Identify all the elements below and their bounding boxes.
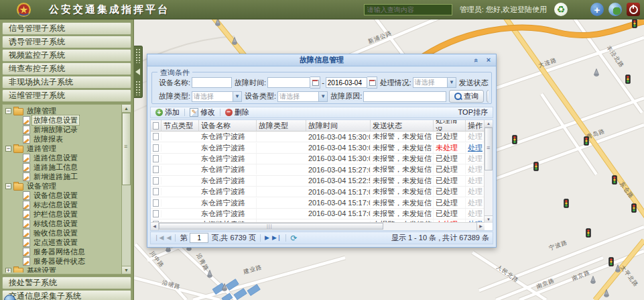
chevron-down-icon[interactable]: ▼ [448, 77, 456, 88]
grid-horizontal-scrollbar[interactable]: ◀ ▶ [151, 222, 485, 230]
column-header[interactable]: 故障时间 [306, 120, 371, 131]
close-icon[interactable]: × [484, 55, 493, 64]
edit-button[interactable]: ✎ 修改 [185, 107, 220, 117]
dialog-titlebar[interactable]: 故障信息管理 « × [147, 54, 496, 66]
table-row[interactable]: 东仓路宁波路2016-03-04 15:30:00未报警，未发短信已处理处理 [151, 154, 485, 164]
add-button[interactable]: + 添加 [151, 107, 184, 117]
sidebar-item[interactable]: 交通信息采集子系统 [2, 290, 131, 300]
handle-link[interactable]: 处理 [468, 187, 482, 195]
tree-node[interactable]: 护栏信息设置 [4, 209, 121, 219]
scroll-down-icon[interactable]: ▼ [122, 266, 131, 274]
handle-link[interactable]: 处理 [468, 132, 482, 140]
sidebar-item[interactable]: 诱导管理子系统 [2, 36, 131, 48]
traffic-light-icon[interactable] [626, 75, 631, 84]
delete-button[interactable]: − 删除 [220, 107, 254, 117]
traffic-light-icon[interactable] [609, 258, 614, 266]
chevron-down-icon[interactable]: ▼ [319, 91, 328, 102]
last-page-icon[interactable]: ▶❘ [272, 232, 281, 244]
column-header[interactable]: 故障类型 [257, 120, 306, 131]
scroll-down-icon[interactable]: ▼ [485, 215, 493, 223]
handle-link[interactable]: 处理 [468, 199, 482, 207]
handle-link[interactable]: 处理 [468, 165, 482, 173]
traffic-light-icon[interactable] [513, 136, 517, 144]
sidebar-item[interactable]: 接处警子系统 [2, 277, 131, 289]
calendar-icon[interactable] [310, 77, 320, 89]
collapse-toggle-icon[interactable]: − [5, 146, 11, 152]
traffic-light-icon[interactable] [586, 229, 591, 238]
handle-link[interactable]: 处理 [468, 177, 482, 185]
traffic-light-icon[interactable] [633, 19, 637, 28]
tree-node[interactable]: 服务器网络信息 [4, 247, 121, 256]
sidebar-collapse-handle[interactable] [134, 46, 143, 98]
handle-link[interactable]: 处理 [468, 144, 482, 152]
traffic-light-icon[interactable] [534, 162, 539, 171]
fault-reason-input[interactable] [363, 91, 446, 102]
row-checkbox[interactable] [153, 199, 159, 207]
tree-node[interactable]: 道路施工信息 [4, 162, 121, 172]
traffic-light-icon[interactable] [613, 176, 617, 185]
sidebar-item[interactable]: 信号管理子系统 [2, 22, 131, 35]
expand-toggle-icon[interactable]: + [5, 268, 11, 273]
handle-link[interactable]: 处理 [468, 209, 482, 217]
tree-node[interactable]: 道路信息设置 [4, 153, 121, 162]
column-header[interactable]: 节点类型 [162, 120, 199, 131]
column-header[interactable]: 处理情况 [434, 120, 466, 131]
row-checkbox[interactable] [153, 210, 159, 217]
map-tiles-icon[interactable] [572, 3, 586, 16]
tree-node[interactable]: −故障管理 [4, 106, 121, 115]
table-row[interactable]: 东仓路宁波路2016-03-04 15:30:00未报警，未发短信已处理处理 [151, 132, 485, 142]
table-row[interactable]: 东仓路宁波路2016-03-04 15:17:01未报警，未发短信已处理处理 [151, 209, 485, 219]
next-page-icon[interactable]: ▶ [265, 232, 269, 244]
fault-type-select[interactable]: 请选择 ▼ [192, 91, 242, 102]
tree-node[interactable]: 新增故障记录 [4, 125, 121, 134]
fault-time-from-input[interactable] [267, 77, 310, 88]
tree-node[interactable]: 设备信息设置 [4, 191, 121, 200]
scroll-thumb[interactable] [122, 113, 131, 185]
tree-node[interactable]: 新增道路施工 [4, 172, 121, 181]
row-checkbox[interactable] [153, 133, 159, 140]
column-header[interactable]: 发送状态 [371, 120, 434, 131]
top-sort-label[interactable]: TOP排序 [458, 107, 493, 117]
collapse-toggle-icon[interactable]: − [5, 108, 11, 114]
collapse-toggle-icon[interactable]: − [5, 183, 11, 189]
tree-node[interactable]: +基础设置 [4, 266, 121, 272]
handle-status-select[interactable]: 请选择 ▼ [413, 77, 456, 88]
power-icon[interactable] [627, 3, 640, 16]
tree-node[interactable]: 标线信息设置 [4, 219, 121, 228]
camera-icon[interactable] [594, 69, 599, 77]
scroll-up-icon[interactable]: ▲ [485, 120, 493, 128]
query-button[interactable]: 查询 [449, 90, 484, 103]
scroll-thumb[interactable] [485, 128, 493, 170]
row-checkbox[interactable] [153, 188, 159, 195]
grid-vertical-scrollbar[interactable]: ▲ ▼ [484, 120, 493, 223]
clear-button[interactable]: ↻ 清除 [487, 90, 489, 103]
handle-link[interactable]: 处理 [468, 154, 482, 162]
sidebar-item[interactable]: 视频监控子系统 [2, 49, 131, 62]
table-row[interactable]: 东仓路宁波路2016-03-04 15:17:01未报警，未发短信已处理处理 [151, 187, 485, 197]
search-input[interactable] [364, 4, 452, 15]
row-checkbox[interactable] [153, 177, 159, 185]
row-checkbox[interactable] [153, 166, 159, 173]
camera-icon[interactable] [616, 265, 621, 272]
traffic-light-icon[interactable] [564, 199, 569, 208]
first-page-icon[interactable]: ❘◀ [154, 232, 164, 244]
table-row[interactable]: 东仓路宁波路2016-03-04 15:22:50未报警，未发短信已处理处理 [151, 176, 485, 187]
refresh-icon[interactable]: ⟳ [290, 234, 297, 243]
chevron-down-icon[interactable]: ▼ [233, 91, 242, 102]
tree-node[interactable]: 标志信息设置 [4, 200, 121, 209]
sidebar-item[interactable]: 非现场执法子系统 [2, 76, 131, 89]
camera-icon[interactable] [208, 270, 212, 278]
column-header[interactable]: 设备名称 [199, 120, 257, 131]
row-checkbox[interactable] [153, 155, 159, 162]
scroll-left-icon[interactable]: ◀ [151, 223, 159, 230]
table-row[interactable]: 东仓路宁波路2016-03-04 15:30:00未报警，未发短信未处理处理 [151, 142, 485, 153]
traffic-light-icon[interactable] [584, 137, 589, 146]
table-row[interactable]: 东仓路宁波路2016-03-04 15:17:01未报警，未发短信已处理处理 [151, 197, 485, 208]
tree-node[interactable]: −道路管理 [4, 144, 121, 153]
traffic-light-icon[interactable] [632, 204, 637, 213]
globe-icon[interactable] [608, 3, 622, 16]
tree-node[interactable]: 故障报表 [4, 134, 121, 144]
tree-node[interactable]: 服务器硬件状态 [4, 256, 121, 266]
scroll-right-icon[interactable]: ▶ [476, 223, 485, 230]
column-header[interactable]: 操作 [466, 120, 485, 131]
